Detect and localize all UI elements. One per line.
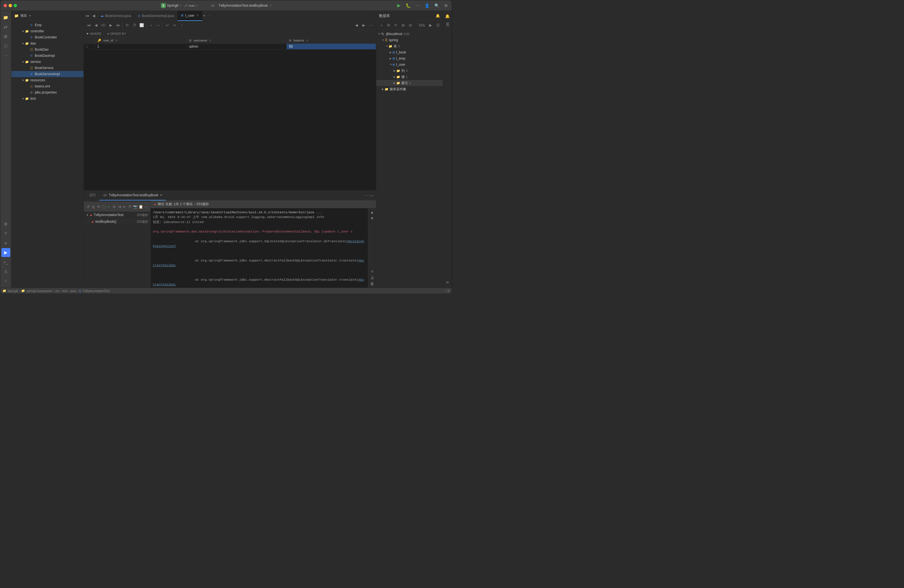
tree-item-beans[interactable]: ⟨⟩ beans.xml	[11, 83, 84, 89]
test-btn-filter[interactable]: ⇤	[122, 203, 126, 210]
test-run-tab-close[interactable]: ✕	[160, 193, 163, 197]
minimize-btn[interactable]: —	[370, 193, 374, 198]
activity-git-branch-icon[interactable]: ⑂	[2, 277, 10, 285]
test-btn-pass[interactable]: ✓	[107, 203, 111, 210]
run-label-tab[interactable]: 运行	[86, 190, 100, 201]
tab-tuser[interactable]: ⊞ t_user ✕	[178, 11, 202, 21]
activity-run-top-icon[interactable]: ⚙	[2, 220, 10, 229]
tree-item-controller[interactable]: ▼ 📁 controller	[11, 28, 84, 34]
scroll-down[interactable]: ▼	[369, 215, 375, 221]
db-layout-btn[interactable]: ⊞	[400, 22, 406, 28]
minimize-button[interactable]	[9, 4, 12, 7]
db-nav-right[interactable]: ▶	[360, 22, 367, 28]
db-nav-next[interactable]: ▶	[107, 22, 114, 28]
tab-bookserviceimpl[interactable]: © BookServiceImpl.java	[135, 11, 178, 21]
db-item-tuser[interactable]: ▼ ⊞ t_user	[376, 62, 443, 68]
db-api-btn[interactable]: ⓪	[435, 22, 441, 28]
tree-item-bookserviceimpl[interactable]: © BookServiceImpl	[11, 71, 84, 77]
db-stop[interactable]: ⬜	[138, 22, 145, 28]
tree-item-bookcontroller[interactable]: © BookController	[11, 34, 84, 40]
db-datasource-props[interactable]: ⚙	[385, 22, 392, 28]
activity-terminal-icon[interactable]: >_	[2, 258, 10, 266]
db-more-btn[interactable]: ▶	[427, 22, 434, 28]
search-button[interactable]: 🔍	[434, 3, 440, 8]
tree-item-test[interactable]: ▼ 📁 test	[11, 95, 84, 102]
db-item-spring[interactable]: ▼ 🗄 spring	[376, 37, 443, 43]
activity-folder-icon[interactable]: 📁	[2, 13, 10, 22]
db-item-server-objects[interactable]: ▶ 📁 服务器对象	[376, 86, 443, 92]
account-button[interactable]: 👤	[424, 3, 430, 8]
tree-item-resources[interactable]: ▼ 📁 resources	[11, 77, 84, 83]
activity-warning-icon[interactable]: ⚠	[2, 267, 10, 276]
debug-button[interactable]: 🐛	[405, 3, 411, 9]
db-columns-btn[interactable]: ⊟	[407, 22, 414, 28]
db-upload[interactable]: ↑	[179, 22, 185, 28]
test-btn-rerun-failed[interactable]: ⟲	[96, 203, 101, 210]
tree-item-bookservice[interactable]: ⓘ BookService	[11, 65, 84, 71]
db-nav-last[interactable]: ⏭	[115, 22, 121, 28]
db-add[interactable]: ＋	[147, 22, 154, 28]
cell-balance[interactable]: 50	[287, 44, 376, 49]
test-btn-stop[interactable]: ⬛	[101, 203, 106, 210]
db-item-localhost[interactable]: ▼ 🔌 @localhost 1/20	[376, 31, 443, 37]
db-refresh[interactable]: ↻	[124, 22, 131, 28]
run-button[interactable]: ▶	[397, 2, 401, 9]
test-btn-clipboard[interactable]: 📋	[139, 203, 143, 210]
scroll-up[interactable]: ▲	[369, 209, 375, 215]
username-sort-icon[interactable]: ⇅	[209, 39, 211, 42]
tab-more[interactable]: ⋯	[206, 14, 212, 17]
activity-debug-icon[interactable]: ⬡	[2, 41, 10, 51]
db-nav-left[interactable]: ◀	[353, 22, 360, 28]
test-class-item[interactable]: ▼ ● TxByAnnotationTest 253毫秒	[84, 212, 150, 218]
db-item-temp[interactable]: ▶ ⊞ t_emp	[376, 55, 443, 62]
db-item-tables[interactable]: ▼ 📁 表 3	[376, 43, 443, 49]
th-user-id[interactable]: 🔑 user_id ⇅	[95, 38, 187, 44]
cell-username[interactable]: admin	[187, 44, 287, 49]
db-add-datasource[interactable]: ＋	[378, 22, 385, 28]
branch-chevron[interactable]: ▾	[196, 4, 198, 7]
test-title-chevron[interactable]: ▾	[270, 4, 272, 7]
test-run-tab[interactable]: ◁▷ TxByAnnotationTest.testBuyBook ✕	[100, 190, 166, 201]
th-username[interactable]: ⊞ username ⇅	[187, 38, 287, 44]
tree-item-bookdaoimpl[interactable]: © BookDaoImpl	[11, 53, 84, 59]
db-nav-first[interactable]: ⏮	[85, 22, 92, 28]
tab-nav-prev[interactable]: ◀	[90, 13, 97, 19]
more-options-button[interactable]: ⋯	[415, 3, 420, 8]
test-btn-rerun[interactable]: ↺	[86, 203, 90, 210]
close-button[interactable]	[4, 4, 7, 7]
th-balance[interactable]: ⊞ balance ⇅	[287, 38, 376, 44]
test-btn-screenshot[interactable]: 📷	[133, 203, 137, 210]
ddl-label[interactable]: DDL	[418, 24, 427, 27]
db-notification-icon[interactable]: 🔔	[436, 14, 440, 18]
db-more[interactable]: ⋯	[368, 22, 375, 28]
db-history[interactable]: ⏱	[131, 22, 138, 28]
tree-item-dao[interactable]: ▼ 📁 dao	[11, 40, 84, 46]
activity-run-icon[interactable]: ▶	[2, 248, 10, 257]
rs-db-icon[interactable]: 🗄	[444, 21, 451, 28]
userid-sort-icon[interactable]: ⇅	[115, 39, 117, 42]
db-item-keys[interactable]: ▶ 📁 键 1	[376, 74, 443, 80]
test-btn-sort[interactable]: ⇉	[117, 203, 122, 210]
test-btn-skip[interactable]: ⊘	[112, 203, 116, 210]
balance-sort-icon[interactable]: ⇅	[306, 39, 308, 42]
rs-notification-icon[interactable]: 🔔	[444, 13, 451, 20]
activity-format-icon[interactable]: T	[2, 229, 10, 238]
tab-dropdown[interactable]: ▾	[202, 14, 206, 17]
tuser-tab-close[interactable]: ✕	[196, 14, 199, 17]
test-btn-clock[interactable]: ⏱	[128, 203, 132, 210]
activity-dots-icon[interactable]: ···	[2, 51, 10, 60]
db-redo[interactable]: ↪	[171, 22, 178, 28]
activity-list-icon[interactable]: ≡	[2, 239, 10, 248]
settings-button[interactable]: ⚙	[444, 3, 448, 8]
table-row[interactable]: 1 1 admin 50	[84, 44, 376, 49]
db-undo[interactable]: ↩	[164, 22, 171, 28]
tab-bookservice[interactable]: ☁ BookService.java	[97, 11, 135, 21]
cell-user-id[interactable]: 1	[95, 44, 187, 49]
project-chevron[interactable]: ▾	[180, 4, 181, 8]
activity-git-icon[interactable]: ⇄	[2, 22, 10, 32]
tab-nav-first[interactable]: ⏮	[84, 13, 90, 19]
scroll-print[interactable]: 🖨	[369, 275, 375, 280]
tree-item-service[interactable]: ▼ 📁 service	[11, 59, 84, 65]
db-item-tbook[interactable]: ▶ ⊞ t_book	[376, 49, 443, 55]
rs-m-icon[interactable]: m	[444, 279, 451, 286]
